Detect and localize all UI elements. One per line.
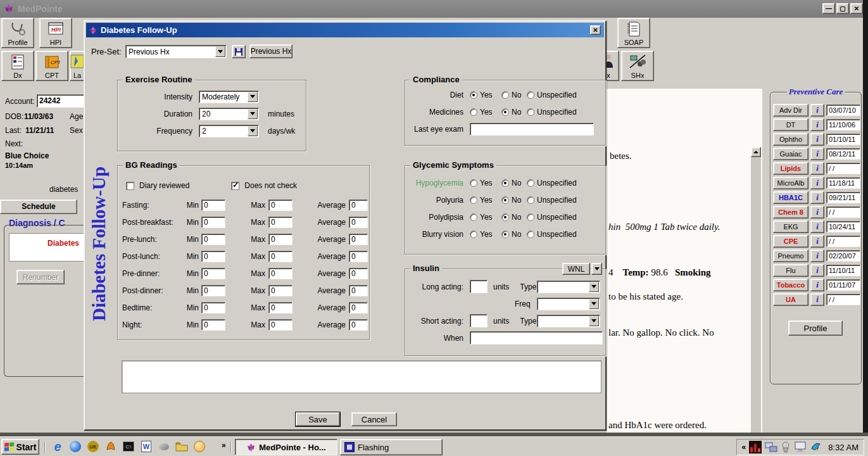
preventive-test-button[interactable]: HBA1C — [773, 191, 808, 204]
wnl-button[interactable]: WNL — [562, 263, 590, 275]
previous-hx-button[interactable]: Previous Hx — [249, 44, 292, 58]
radio-unspecified[interactable] — [527, 196, 534, 204]
dropdown-button[interactable] — [215, 46, 225, 57]
dropdown-button[interactable] — [589, 316, 599, 326]
info-button[interactable]: i — [810, 220, 824, 233]
preventive-test-button[interactable]: Tobacco — [773, 279, 808, 291]
toolbar-lab-button[interactable]: La — [70, 51, 85, 81]
info-button[interactable]: i — [810, 235, 824, 248]
toolbar-cpt-button[interactable]: CPT CPT — [35, 51, 68, 81]
radio-unspecified[interactable] — [527, 91, 534, 99]
minimize-button[interactable]: — — [822, 3, 835, 14]
bg-min-field[interactable] — [201, 319, 225, 331]
info-button[interactable]: i — [810, 133, 824, 146]
preventive-date-field[interactable]: 03/07/10 — [826, 104, 860, 116]
bg-max-field[interactable] — [268, 268, 292, 279]
account-field[interactable]: 24242 — [37, 94, 84, 108]
radio-no[interactable] — [501, 196, 509, 204]
dropdown-button[interactable] — [589, 282, 599, 292]
tray-display-icon[interactable] — [794, 441, 807, 453]
tray-chart-icon[interactable] — [749, 441, 762, 453]
preventive-test-button[interactable]: CPE — [773, 235, 808, 248]
bg-max-field[interactable] — [268, 234, 292, 245]
info-button[interactable]: i — [810, 264, 824, 277]
quicklaunch-ie-icon[interactable]: e — [51, 440, 65, 453]
dropdown-button[interactable] — [589, 299, 599, 309]
bg-min-field[interactable] — [201, 200, 225, 211]
save-button[interactable]: Save — [296, 412, 340, 426]
preventive-test-button[interactable]: Flu — [773, 264, 808, 277]
bg-average-field[interactable] — [349, 285, 368, 296]
short-acting-units-field[interactable] — [470, 314, 487, 327]
bg-max-field[interactable] — [268, 302, 292, 314]
quicklaunch-msn-icon[interactable] — [68, 440, 82, 453]
preventive-date-field[interactable]: 11/10/11 — [826, 265, 860, 276]
quicklaunch-clock-icon[interactable] — [192, 440, 206, 453]
long-acting-units-field[interactable] — [470, 280, 487, 293]
radio-yes[interactable] — [470, 108, 477, 116]
radio-yes[interactable] — [470, 231, 477, 238]
preventive-date-field[interactable]: / / — [826, 236, 860, 247]
bg-max-field[interactable] — [268, 200, 292, 211]
tray-volume-icon[interactable] — [781, 441, 791, 453]
intensity-combobox[interactable]: Moderately — [199, 91, 259, 103]
diagnosis-listbox[interactable]: Diabetes — [9, 233, 84, 262]
radio-yes[interactable] — [470, 196, 477, 204]
when-field[interactable] — [470, 331, 603, 345]
quicklaunch-ultraedit-icon[interactable]: UE — [86, 440, 100, 453]
document-scrollbar[interactable] — [751, 147, 761, 456]
preventive-date-field[interactable]: / / — [826, 294, 860, 305]
cancel-button[interactable]: Cancel — [351, 412, 397, 426]
scroll-up-button[interactable] — [751, 147, 761, 157]
info-button[interactable]: i — [810, 293, 824, 306]
schedule-tab[interactable]: Schedule — [0, 200, 77, 214]
dialog-titlebar[interactable]: Diabetes Follow-Up ✕ — [86, 23, 604, 37]
bg-max-field[interactable] — [268, 319, 292, 331]
radio-unspecified[interactable] — [527, 231, 534, 238]
bg-min-field[interactable] — [201, 285, 225, 296]
long-type-combobox[interactable] — [537, 281, 600, 293]
bg-max-field[interactable] — [268, 251, 292, 262]
info-button[interactable]: i — [810, 206, 824, 218]
preventive-date-field[interactable]: / / — [826, 163, 860, 174]
diary-reviewed-checkbox[interactable] — [126, 182, 134, 190]
radio-no[interactable] — [501, 108, 509, 116]
freq-combobox[interactable] — [537, 298, 600, 310]
tray-bird-icon[interactable] — [810, 441, 822, 453]
duration-combobox[interactable]: 20 — [199, 108, 259, 120]
wnl-dropdown-button[interactable] — [591, 263, 602, 275]
tray-network-icon[interactable] — [765, 441, 777, 453]
preventive-date-field[interactable]: 08/12/11 — [826, 148, 860, 160]
preventive-test-button[interactable]: UA — [773, 293, 808, 306]
bg-average-field[interactable] — [349, 319, 368, 331]
preventive-test-button[interactable]: MicroAlb — [773, 177, 808, 189]
preventive-date-field[interactable]: 02/20/07 — [826, 250, 860, 262]
info-button[interactable]: i — [810, 162, 824, 175]
preventive-date-field[interactable]: 11/10/06 — [826, 119, 860, 130]
bg-min-field[interactable] — [201, 234, 225, 245]
does-not-check-checkbox[interactable] — [231, 182, 239, 190]
save-preset-button[interactable] — [232, 45, 246, 58]
bg-max-field[interactable] — [268, 217, 292, 228]
preventive-test-button[interactable]: DT — [773, 118, 808, 131]
quicklaunch-folder-icon[interactable] — [175, 440, 189, 453]
bg-min-field[interactable] — [201, 217, 225, 228]
preventive-date-field[interactable]: / / — [826, 206, 860, 218]
preventive-test-button[interactable]: Lipids — [773, 162, 808, 175]
preventive-profile-button[interactable]: Profile — [788, 320, 843, 336]
preventive-test-button[interactable]: EKG — [773, 220, 808, 233]
toolbar-soap-button[interactable]: SOAP SOAP — [617, 18, 650, 48]
info-button[interactable]: i — [810, 250, 824, 262]
info-button[interactable]: i — [810, 279, 824, 291]
quicklaunch-fox-icon[interactable] — [104, 440, 118, 453]
comment-input[interactable] — [122, 360, 601, 393]
quicklaunch-cmd-icon[interactable]: C:\ — [122, 440, 135, 453]
toolbar-hpi-button[interactable]: HPI HPI — [39, 18, 72, 48]
quicklaunch-overflow-chevron[interactable]: » — [222, 441, 226, 450]
short-type-combobox[interactable] — [537, 315, 600, 327]
info-button[interactable]: i — [810, 177, 824, 189]
bg-average-field[interactable] — [349, 234, 368, 245]
radio-unspecified[interactable] — [527, 108, 534, 116]
toolbar-dx-button[interactable]: Dx — [1, 51, 34, 81]
bg-average-field[interactable] — [349, 302, 368, 314]
